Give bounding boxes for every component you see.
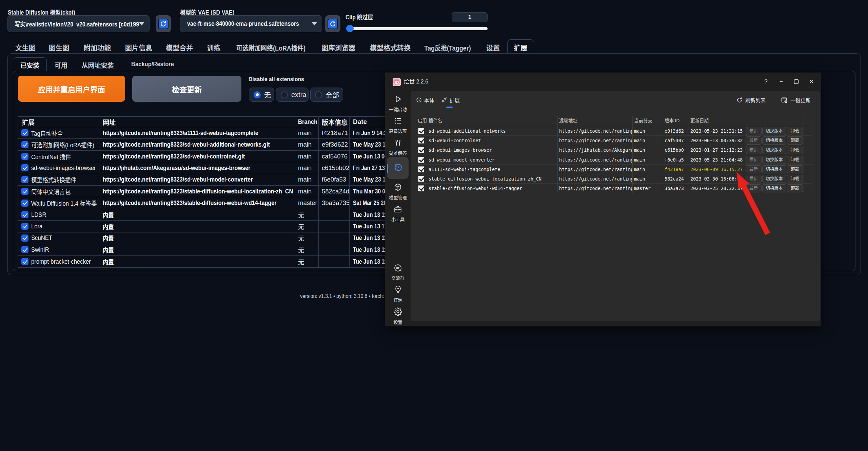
clip-skip-slider-thumb[interactable] (346, 25, 354, 32)
subtab-installed[interactable]: 已安装 (20, 60, 39, 70)
subtab-available[interactable]: 可用 (55, 60, 67, 70)
plugin-checkbox[interactable] (418, 147, 424, 153)
extension-branch: main (295, 162, 319, 173)
tab-settings[interactable]: 设置 (486, 43, 500, 53)
extension-url-link[interactable]: https://gitcode.net/ranting8323/a1111-sd… (99, 127, 295, 138)
switch-version-button[interactable]: 切换版本 (762, 146, 786, 154)
uninstall-button[interactable]: 卸载 (787, 136, 803, 145)
tab-tagger[interactable]: Tag反推(Tagger) (422, 43, 474, 53)
extension-name: LDSR (31, 211, 48, 219)
extension-url-link[interactable]: https://gitcode.net/ranting8323/stable-d… (99, 197, 295, 208)
latest-button[interactable]: 最新 (746, 146, 762, 154)
ckpt-refresh-button[interactable] (156, 15, 171, 32)
extension-url-link[interactable]: https://gitcode.net/ranting8323/stable-d… (99, 186, 295, 197)
extension-checkbox[interactable] (21, 223, 28, 230)
extension-branch: 无 (295, 221, 319, 232)
uninstall-button[interactable]: 卸载 (787, 156, 803, 164)
extension-checkbox[interactable] (21, 234, 28, 242)
switch-version-button[interactable]: 切换版本 (762, 184, 786, 192)
extension-checkbox[interactable] (21, 188, 28, 195)
tab-train[interactable]: 训练 (207, 43, 220, 53)
tab-png-info[interactable]: 图片信息 (125, 43, 152, 53)
radio-label: 无 (264, 90, 271, 100)
check-updates-button[interactable]: 检查更新 (132, 76, 241, 102)
plugin-checkbox[interactable] (418, 157, 424, 163)
help-button[interactable]: ? (758, 75, 773, 89)
subtab-install-from-url[interactable]: 从网址安装 (81, 60, 114, 70)
extension-checkbox[interactable] (21, 153, 28, 160)
extension-checkbox[interactable] (21, 164, 28, 171)
extension-url-link[interactable]: https://gitcode.net/ranting8323/sd-webui… (99, 174, 295, 185)
extension-checkbox[interactable] (21, 258, 28, 265)
one-click-update-button[interactable]: 一键更新 (781, 96, 811, 104)
switch-version-button[interactable]: 切换版本 (762, 175, 786, 183)
launcher-table-header: 启用 插件名 远端地址 当前分支 版本 ID 更新日期 (417, 116, 812, 126)
clip-skip-value[interactable]: 1 (452, 12, 488, 22)
latest-button[interactable]: 最新 (746, 156, 762, 164)
plugin-branch: main (634, 174, 664, 184)
extension-checkbox[interactable] (21, 211, 28, 218)
extension-url-link[interactable]: 内置 (99, 244, 295, 255)
close-button[interactable]: ✕ (804, 75, 819, 89)
tab-label: 扩展 (450, 96, 460, 104)
switch-version-button[interactable]: 切换版本 (762, 165, 786, 173)
extension-url-link[interactable]: 内置 (99, 221, 295, 232)
plugin-checkbox[interactable] (418, 128, 424, 134)
vae-refresh-button[interactable] (325, 15, 340, 32)
latest-button[interactable]: 最新 (746, 136, 762, 145)
ckpt-dropdown[interactable]: 写实\realisticVisionV20_v20.safetensors [c… (7, 15, 150, 32)
tab-img2img[interactable]: 图生图 (49, 43, 69, 53)
tab-image-browser[interactable]: 图库浏览器 (321, 43, 355, 53)
extension-url-link[interactable]: https://gitcode.net/ranting8323/sd-webui… (99, 151, 295, 162)
switch-version-button[interactable]: 切换版本 (762, 136, 786, 145)
extension-checkbox[interactable] (21, 176, 28, 183)
minimize-button[interactable]: − (774, 75, 789, 89)
sidebar-item-label: 灯泡 (385, 297, 411, 303)
latest-button[interactable]: 最新 (746, 175, 762, 183)
extension-checkbox[interactable] (21, 246, 28, 253)
extension-url-link[interactable]: https://gitcode.net/ranting8323/sd-webui… (99, 139, 295, 150)
vae-dropdown[interactable]: vae-ft-mse-840000-ema-pruned.safetensors (180, 15, 322, 32)
launcher-tab-extensions[interactable]: 扩展 (441, 96, 460, 104)
apply-restart-button[interactable]: 应用并重启用户界面 (18, 76, 125, 102)
tab-lora[interactable]: 可选附加网络(LoRA插件) (233, 43, 310, 53)
radio-none[interactable]: 无 (249, 88, 274, 102)
extension-url-link[interactable]: 内置 (99, 232, 295, 244)
plugin-name: sd-webui-additional-networks (429, 126, 559, 136)
radio-extra[interactable]: extra (276, 88, 309, 102)
tab-txt2img[interactable]: 文生图 (15, 43, 36, 53)
subtab-label: Backup/Restore (131, 60, 174, 68)
extension-checkbox[interactable] (21, 200, 28, 207)
launcher-titlebar[interactable]: 绘世 2.2.6 ? − ✕ (385, 73, 821, 91)
extension-url-link[interactable]: 内置 (99, 209, 295, 220)
latest-button[interactable]: 最新 (746, 165, 762, 173)
extension-checkbox[interactable] (21, 129, 28, 136)
plugin-checkbox[interactable] (418, 137, 424, 144)
plugin-checkbox[interactable] (418, 166, 424, 172)
launcher-tab-body[interactable]: 本体 (416, 96, 434, 104)
latest-button[interactable]: 最新 (746, 184, 762, 192)
radio-all[interactable]: 全部 (310, 88, 343, 102)
uninstall-button[interactable]: 卸载 (787, 146, 803, 154)
subtab-backup-restore[interactable]: Backup/Restore (128, 60, 177, 68)
tab-extensions[interactable]: 扩展 (514, 43, 527, 53)
clip-skip-slider[interactable] (347, 27, 488, 30)
maximize-button[interactable] (789, 75, 804, 89)
tab-extras[interactable]: 附加功能 (84, 43, 111, 53)
tab-model-converter[interactable]: 模型格式转换 (370, 43, 411, 53)
switch-version-button[interactable]: 切换版本 (762, 127, 786, 135)
extension-checkbox[interactable] (21, 141, 28, 148)
uninstall-button[interactable]: 卸载 (787, 165, 803, 173)
uninstall-button[interactable]: 卸载 (787, 127, 803, 135)
refresh-list-button[interactable]: 刷新列表 (736, 96, 766, 104)
extension-url-link[interactable]: 内置 (99, 256, 295, 267)
plugin-checkbox[interactable] (418, 176, 424, 182)
uninstall-button[interactable]: 卸载 (787, 184, 803, 192)
latest-button[interactable]: 最新 (746, 127, 762, 135)
switch-version-button[interactable]: 切换版本 (762, 156, 786, 164)
table-gridline (812, 116, 812, 193)
uninstall-button[interactable]: 卸载 (787, 175, 803, 183)
tab-checkpoint-merger[interactable]: 模型合并 (166, 43, 193, 53)
plugin-checkbox[interactable] (418, 185, 424, 191)
extension-url-link[interactable]: https://jihulab.com/Akegarasu/sd-webui-i… (99, 162, 295, 173)
